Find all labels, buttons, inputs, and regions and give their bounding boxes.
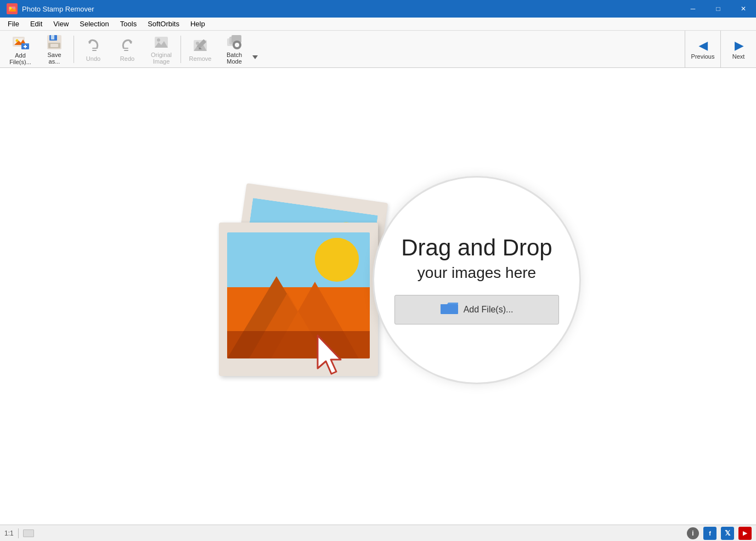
add-files-label2: File(s)...: [9, 59, 31, 65]
svg-point-3: [9, 7, 12, 9]
remove-icon: [191, 37, 209, 54]
next-arrow: ▶: [735, 39, 743, 52]
photo-stack: [213, 192, 394, 390]
original-image-label2: Image: [153, 58, 170, 65]
status-bar: 1:1 i f 𝕏 ▶: [0, 525, 756, 541]
menu-view[interactable]: View: [48, 18, 74, 30]
toolbar: Add File(s)... Save as... Undo: [0, 31, 756, 68]
close-button[interactable]: ✕: [731, 0, 756, 18]
image-size-icon: [23, 529, 34, 537]
svg-rect-54: [441, 304, 458, 314]
previous-arrow: ◀: [699, 39, 707, 52]
original-image-button[interactable]: Original Image: [144, 33, 178, 65]
facebook-button[interactable]: f: [703, 527, 716, 540]
toolbar-sep-2: [180, 36, 181, 63]
add-files-drop-button[interactable]: Add File(s)...: [394, 295, 559, 324]
redo-button[interactable]: Redo: [110, 33, 144, 65]
redo-icon: [119, 37, 136, 54]
undo-button[interactable]: Undo: [76, 33, 110, 65]
menu-bar: File Edit View Selection Tools SoftOrbit…: [0, 18, 756, 31]
circle-overlay: Drag and Drop your images here Add File(…: [373, 176, 581, 384]
cursor-illustration: [312, 333, 351, 384]
window-controls: ─ □ ✕: [680, 0, 756, 18]
add-files-label: Add: [15, 52, 26, 59]
add-files-button[interactable]: Add File(s)...: [3, 33, 37, 65]
remove-button[interactable]: Remove: [183, 33, 217, 65]
svg-rect-34: [239, 44, 241, 45]
maximize-button[interactable]: □: [706, 0, 731, 18]
batch-mode-label: Batch: [227, 52, 242, 58]
toolbar-dropdown-arrow[interactable]: [251, 33, 259, 65]
batch-mode-label2: Mode: [227, 58, 242, 65]
svg-rect-32: [236, 47, 238, 49]
menu-file[interactable]: File: [2, 18, 25, 30]
title-bar: Photo Stamp Remover ─ □ ✕: [0, 0, 756, 18]
toolbar-sep-1: [74, 36, 74, 63]
zoom-level: 1:1: [4, 529, 14, 537]
undo-icon: [84, 37, 102, 54]
save-as-label: Save: [47, 52, 61, 58]
add-files-drop-label: Add File(s)...: [464, 305, 514, 315]
youtube-button[interactable]: ▶: [738, 527, 752, 540]
next-label: Next: [732, 53, 745, 60]
save-as-icon: [46, 34, 63, 50]
svg-rect-33: [233, 44, 235, 45]
status-sep-1: [18, 528, 19, 538]
batch-mode-button[interactable]: Batch Mode: [217, 33, 251, 65]
menu-help[interactable]: Help: [185, 18, 211, 30]
main-content: Drag and Drop your images here Add File(…: [0, 68, 756, 525]
app-title: Photo Stamp Remover: [22, 5, 94, 13]
original-image-label: Original: [151, 52, 172, 58]
menu-softorbits[interactable]: SoftOrbits: [142, 18, 185, 30]
menu-edit[interactable]: Edit: [25, 18, 48, 30]
drop-zone-container: Drag and Drop your images here Add File(…: [186, 181, 570, 412]
svg-point-30: [235, 43, 239, 47]
svg-rect-15: [50, 44, 58, 47]
nav-top: ◀ Previous ▶ Next: [685, 31, 756, 68]
previous-label: Previous: [691, 53, 715, 60]
svg-point-20: [157, 38, 160, 42]
drag-drop-subtitle: your images here: [418, 264, 536, 282]
add-files-folder-icon: [441, 300, 458, 319]
add-files-icon: [12, 33, 29, 51]
svg-rect-31: [236, 41, 238, 43]
save-as-label2: as...: [49, 58, 60, 65]
svg-marker-35: [252, 55, 258, 59]
photo-front: [219, 223, 378, 376]
twitter-button[interactable]: 𝕏: [721, 527, 734, 540]
redo-label: Redo: [120, 55, 134, 62]
menu-selection[interactable]: Selection: [74, 18, 114, 30]
batch-mode-icon: [225, 34, 243, 50]
status-right: i f 𝕏 ▶: [687, 527, 752, 540]
original-image-icon: [153, 34, 170, 50]
minimize-button[interactable]: ─: [680, 0, 706, 18]
save-as-button[interactable]: Save as...: [37, 33, 71, 65]
undo-label: Undo: [86, 55, 100, 62]
previous-button[interactable]: ◀ Previous: [685, 31, 721, 67]
svg-rect-13: [51, 35, 54, 39]
svg-point-50: [315, 238, 359, 280]
info-button[interactable]: i: [687, 527, 699, 539]
drag-drop-title: Drag and Drop: [401, 235, 552, 260]
remove-label: Remove: [189, 55, 212, 62]
svg-marker-52: [318, 335, 341, 374]
next-button[interactable]: ▶ Next: [721, 31, 756, 67]
app-icon: [7, 3, 18, 14]
svg-point-7: [16, 39, 19, 42]
menu-tools[interactable]: Tools: [115, 18, 142, 30]
